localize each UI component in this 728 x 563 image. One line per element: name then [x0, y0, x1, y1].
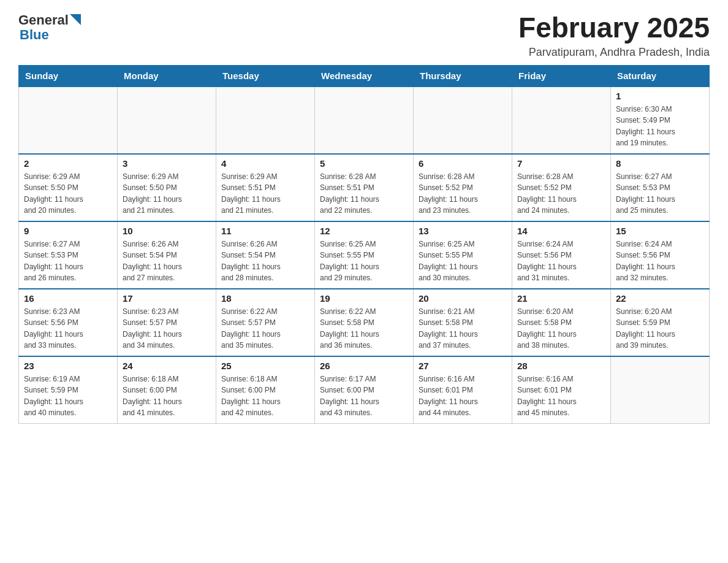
day-number: 28 — [517, 361, 605, 371]
calendar-day-cell: 23Sunrise: 6:19 AM Sunset: 5:59 PM Dayli… — [19, 356, 118, 424]
day-number: 5 — [320, 158, 408, 169]
calendar-day-cell — [315, 86, 414, 154]
calendar-week-row: 16Sunrise: 6:23 AM Sunset: 5:56 PM Dayli… — [19, 289, 710, 356]
calendar-week-row: 9Sunrise: 6:27 AM Sunset: 5:53 PM Daylig… — [19, 221, 710, 289]
weekday-header-saturday: Saturday — [611, 65, 710, 86]
calendar-day-cell: 14Sunrise: 6:24 AM Sunset: 5:56 PM Dayli… — [512, 221, 611, 289]
calendar-day-cell: 4Sunrise: 6:29 AM Sunset: 5:51 PM Daylig… — [216, 154, 315, 221]
weekday-header-wednesday: Wednesday — [315, 65, 414, 86]
title-block: February 2025 Parvatipuram, Andhra Prade… — [518, 12, 710, 59]
day-info: Sunrise: 6:20 AM Sunset: 5:58 PM Dayligh… — [517, 306, 605, 351]
day-number: 19 — [320, 293, 408, 304]
day-number: 12 — [320, 226, 408, 236]
calendar-day-cell: 20Sunrise: 6:21 AM Sunset: 5:58 PM Dayli… — [414, 289, 512, 356]
page-title: February 2025 — [518, 12, 710, 44]
day-number: 26 — [320, 361, 408, 371]
calendar-day-cell: 12Sunrise: 6:25 AM Sunset: 5:55 PM Dayli… — [315, 221, 414, 289]
calendar-day-cell: 19Sunrise: 6:22 AM Sunset: 5:58 PM Dayli… — [315, 289, 414, 356]
calendar-day-cell — [216, 86, 315, 154]
calendar-day-cell — [611, 356, 710, 424]
day-info: Sunrise: 6:16 AM Sunset: 6:01 PM Dayligh… — [517, 373, 605, 419]
calendar-day-cell: 28Sunrise: 6:16 AM Sunset: 6:01 PM Dayli… — [512, 356, 611, 424]
day-info: Sunrise: 6:26 AM Sunset: 5:54 PM Dayligh… — [123, 239, 211, 284]
day-number: 16 — [24, 293, 112, 304]
day-info: Sunrise: 6:25 AM Sunset: 5:55 PM Dayligh… — [419, 239, 507, 284]
day-info: Sunrise: 6:25 AM Sunset: 5:55 PM Dayligh… — [320, 239, 408, 284]
day-info: Sunrise: 6:27 AM Sunset: 5:53 PM Dayligh… — [24, 239, 112, 284]
day-number: 3 — [123, 158, 211, 169]
calendar-day-cell: 21Sunrise: 6:20 AM Sunset: 5:58 PM Dayli… — [512, 289, 611, 356]
day-info: Sunrise: 6:28 AM Sunset: 5:52 PM Dayligh… — [419, 171, 507, 216]
day-number: 17 — [123, 293, 211, 304]
calendar-day-cell: 1Sunrise: 6:30 AM Sunset: 5:49 PM Daylig… — [611, 86, 710, 154]
calendar-day-cell: 7Sunrise: 6:28 AM Sunset: 5:52 PM Daylig… — [512, 154, 611, 221]
svg-marker-0 — [70, 14, 81, 25]
calendar-day-cell: 6Sunrise: 6:28 AM Sunset: 5:52 PM Daylig… — [414, 154, 512, 221]
day-number: 13 — [419, 226, 507, 236]
day-number: 15 — [616, 226, 704, 236]
calendar-day-cell — [512, 86, 611, 154]
day-number: 11 — [221, 226, 309, 236]
logo-general-text: General — [18, 12, 69, 28]
calendar-day-cell: 5Sunrise: 6:28 AM Sunset: 5:51 PM Daylig… — [315, 154, 414, 221]
day-number: 27 — [419, 361, 507, 371]
calendar-day-cell: 18Sunrise: 6:22 AM Sunset: 5:57 PM Dayli… — [216, 289, 315, 356]
calendar-day-cell: 27Sunrise: 6:16 AM Sunset: 6:01 PM Dayli… — [414, 356, 512, 424]
weekday-header-thursday: Thursday — [414, 65, 512, 86]
calendar-day-cell: 3Sunrise: 6:29 AM Sunset: 5:50 PM Daylig… — [118, 154, 216, 221]
day-number: 7 — [517, 158, 605, 169]
weekday-header-monday: Monday — [118, 65, 216, 86]
day-number: 23 — [24, 361, 112, 371]
calendar-day-cell: 26Sunrise: 6:17 AM Sunset: 6:00 PM Dayli… — [315, 356, 414, 424]
day-number: 21 — [517, 293, 605, 304]
day-info: Sunrise: 6:21 AM Sunset: 5:58 PM Dayligh… — [419, 306, 507, 351]
day-number: 9 — [24, 226, 112, 236]
day-number: 6 — [419, 158, 507, 169]
day-number: 14 — [517, 226, 605, 236]
day-number: 8 — [616, 158, 704, 169]
calendar-header-row: SundayMondayTuesdayWednesdayThursdayFrid… — [19, 65, 710, 86]
day-number: 2 — [24, 158, 112, 169]
day-info: Sunrise: 6:29 AM Sunset: 5:50 PM Dayligh… — [24, 171, 112, 216]
calendar-day-cell: 13Sunrise: 6:25 AM Sunset: 5:55 PM Dayli… — [414, 221, 512, 289]
calendar-day-cell: 8Sunrise: 6:27 AM Sunset: 5:53 PM Daylig… — [611, 154, 710, 221]
day-info: Sunrise: 6:22 AM Sunset: 5:57 PM Dayligh… — [221, 306, 309, 351]
day-number: 1 — [616, 91, 704, 101]
logo: General Blue — [18, 12, 81, 43]
calendar-week-row: 1Sunrise: 6:30 AM Sunset: 5:49 PM Daylig… — [19, 86, 710, 154]
calendar-day-cell: 9Sunrise: 6:27 AM Sunset: 5:53 PM Daylig… — [19, 221, 118, 289]
day-info: Sunrise: 6:24 AM Sunset: 5:56 PM Dayligh… — [517, 239, 605, 284]
day-info: Sunrise: 6:30 AM Sunset: 5:49 PM Dayligh… — [616, 104, 704, 149]
day-number: 25 — [221, 361, 309, 371]
calendar-day-cell: 15Sunrise: 6:24 AM Sunset: 5:56 PM Dayli… — [611, 221, 710, 289]
logo-blue-text: Blue — [20, 27, 49, 43]
day-info: Sunrise: 6:24 AM Sunset: 5:56 PM Dayligh… — [616, 239, 704, 284]
day-info: Sunrise: 6:18 AM Sunset: 6:00 PM Dayligh… — [221, 373, 309, 419]
day-info: Sunrise: 6:28 AM Sunset: 5:51 PM Dayligh… — [320, 171, 408, 216]
calendar-day-cell — [414, 86, 512, 154]
day-info: Sunrise: 6:28 AM Sunset: 5:52 PM Dayligh… — [517, 171, 605, 216]
calendar-body: 1Sunrise: 6:30 AM Sunset: 5:49 PM Daylig… — [19, 86, 710, 424]
day-info: Sunrise: 6:29 AM Sunset: 5:50 PM Dayligh… — [123, 171, 211, 216]
day-info: Sunrise: 6:23 AM Sunset: 5:57 PM Dayligh… — [123, 306, 211, 351]
day-number: 20 — [419, 293, 507, 304]
calendar-week-row: 2Sunrise: 6:29 AM Sunset: 5:50 PM Daylig… — [19, 154, 710, 221]
page-subtitle: Parvatipuram, Andhra Pradesh, India — [518, 46, 710, 59]
weekday-header-tuesday: Tuesday — [216, 65, 315, 86]
day-info: Sunrise: 6:22 AM Sunset: 5:58 PM Dayligh… — [320, 306, 408, 351]
calendar-table: SundayMondayTuesdayWednesdayThursdayFrid… — [18, 65, 710, 424]
day-info: Sunrise: 6:27 AM Sunset: 5:53 PM Dayligh… — [616, 171, 704, 216]
calendar-week-row: 23Sunrise: 6:19 AM Sunset: 5:59 PM Dayli… — [19, 356, 710, 424]
calendar-day-cell: 2Sunrise: 6:29 AM Sunset: 5:50 PM Daylig… — [19, 154, 118, 221]
calendar-day-cell: 16Sunrise: 6:23 AM Sunset: 5:56 PM Dayli… — [19, 289, 118, 356]
calendar-day-cell — [118, 86, 216, 154]
day-info: Sunrise: 6:20 AM Sunset: 5:59 PM Dayligh… — [616, 306, 704, 351]
weekday-header-friday: Friday — [512, 65, 611, 86]
day-number: 4 — [221, 158, 309, 169]
calendar-day-cell: 10Sunrise: 6:26 AM Sunset: 5:54 PM Dayli… — [118, 221, 216, 289]
calendar-day-cell: 11Sunrise: 6:26 AM Sunset: 5:54 PM Dayli… — [216, 221, 315, 289]
calendar-day-cell: 17Sunrise: 6:23 AM Sunset: 5:57 PM Dayli… — [118, 289, 216, 356]
calendar-day-cell: 25Sunrise: 6:18 AM Sunset: 6:00 PM Dayli… — [216, 356, 315, 424]
day-info: Sunrise: 6:26 AM Sunset: 5:54 PM Dayligh… — [221, 239, 309, 284]
day-number: 24 — [123, 361, 211, 371]
